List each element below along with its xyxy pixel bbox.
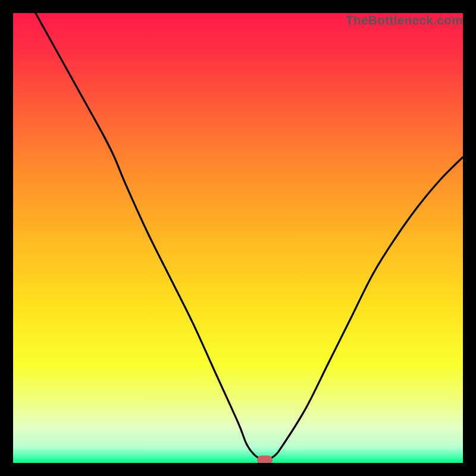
chart-frame: TheBottleneck.com [0,0,476,476]
watermark: TheBottleneck.com [346,13,463,27]
plot-area [13,13,463,463]
minimum-marker [257,456,273,463]
bottleneck-curve [36,13,463,459]
curve-layer [13,13,463,463]
